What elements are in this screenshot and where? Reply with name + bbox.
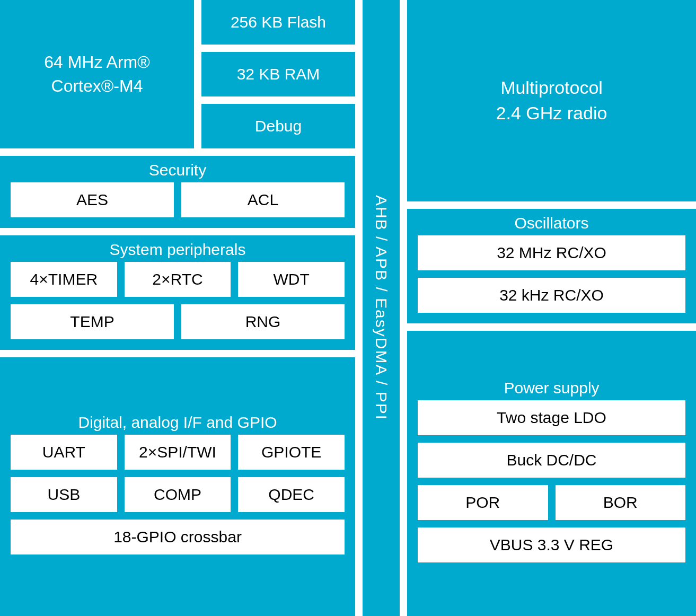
if-comp: COMP — [125, 477, 231, 512]
cpu-block: 64 MHz Arm® Cortex®-M4 — [0, 0, 194, 148]
power-por: POR — [418, 485, 548, 520]
peripheral-rng: RNG — [181, 304, 345, 339]
peripheral-timer: 4×TIMER — [11, 262, 117, 297]
power-supply-title: Power supply — [504, 374, 599, 400]
osc-32khz: 32 kHz RC/XO — [418, 278, 685, 313]
osc-32mhz: 32 MHz RC/XO — [418, 235, 685, 270]
cpu-line2: Cortex®-M4 — [51, 74, 143, 98]
cpu-line1: 64 MHz Arm® — [44, 50, 150, 74]
power-buck: Buck DC/DC — [418, 443, 685, 478]
security-item-acl: ACL — [181, 182, 345, 217]
peripheral-rtc: 2×RTC — [125, 262, 231, 297]
flash-label: 256 KB Flash — [231, 13, 326, 31]
power-ldo: Two stage LDO — [418, 400, 685, 435]
cpu-memory-row: 64 MHz Arm® Cortex®-M4 256 KB Flash 32 K… — [0, 0, 355, 148]
radio-line2: 2.4 GHz radio — [496, 101, 607, 126]
power-supply-block: Power supply Two stage LDO Buck DC/DC PO… — [407, 331, 696, 616]
power-bor: BOR — [556, 485, 686, 520]
debug-block: Debug — [201, 104, 355, 148]
ram-label: 32 KB RAM — [237, 65, 320, 83]
gpio-crossbar: 18-GPIO crossbar — [11, 520, 345, 555]
peripheral-temp: TEMP — [11, 304, 174, 339]
right-column: Multiprotocol 2.4 GHz radio Oscillators … — [407, 0, 696, 616]
digital-io-title: Digital, analog I/F and GPIO — [78, 408, 277, 435]
memory-column: 256 KB Flash 32 KB RAM Debug — [201, 0, 355, 148]
ram-block: 32 KB RAM — [201, 52, 355, 96]
security-block: Security AES ACL — [0, 156, 355, 228]
if-uart: UART — [11, 435, 117, 470]
radio-block: Multiprotocol 2.4 GHz radio — [407, 0, 696, 201]
security-item-aes: AES — [11, 182, 174, 217]
system-peripherals-title: System peripherals — [110, 235, 246, 262]
bus-column: AHB / APB / EasyDMA / PPI — [363, 0, 400, 616]
system-peripherals-block: System peripherals 4×TIMER 2×RTC WDT TEM… — [0, 235, 355, 350]
if-qdec: QDEC — [238, 477, 345, 512]
flash-block: 256 KB Flash — [201, 0, 355, 45]
soc-block-diagram: 64 MHz Arm® Cortex®-M4 256 KB Flash 32 K… — [0, 0, 696, 616]
if-spi-twi: 2×SPI/TWI — [125, 435, 231, 470]
bus-label: AHB / APB / EasyDMA / PPI — [372, 195, 390, 420]
radio-line1: Multiprotocol — [500, 75, 603, 101]
peripheral-wdt: WDT — [238, 262, 345, 297]
digital-io-block: Digital, analog I/F and GPIO UART 2×SPI/… — [0, 357, 355, 616]
if-gpiote: GPIOTE — [238, 435, 345, 470]
oscillators-title: Oscillators — [514, 209, 588, 235]
if-usb: USB — [11, 477, 117, 512]
oscillators-block: Oscillators 32 MHz RC/XO 32 kHz RC/XO — [407, 209, 696, 323]
debug-label: Debug — [255, 117, 302, 135]
left-column: 64 MHz Arm® Cortex®-M4 256 KB Flash 32 K… — [0, 0, 355, 616]
power-vbus-reg: VBUS 3.3 V REG — [418, 527, 685, 562]
security-title: Security — [149, 156, 206, 182]
